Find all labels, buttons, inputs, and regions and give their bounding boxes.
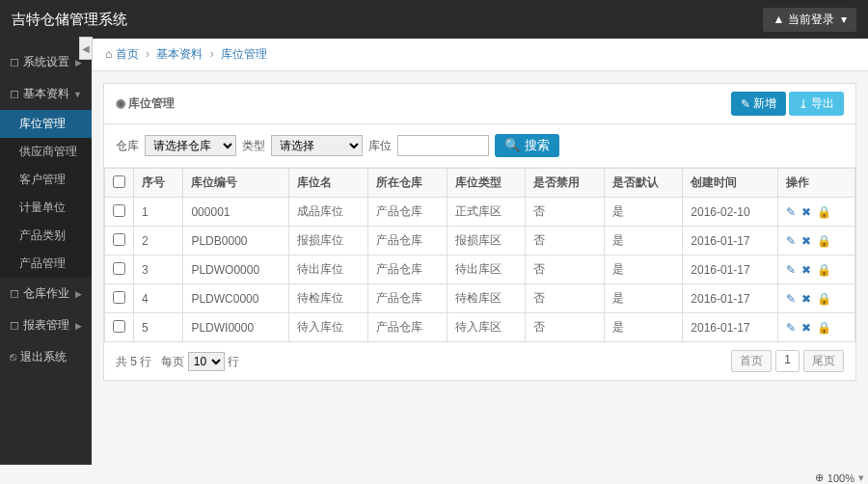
cell-disabled: 否: [526, 227, 605, 255]
cell-name: 成品库位: [289, 198, 368, 227]
panel-title: ◉ 库位管理: [116, 95, 175, 112]
pencil-icon: ✎: [741, 97, 750, 111]
pager-page-1[interactable]: 1: [775, 350, 800, 372]
btn-label: 搜索: [525, 138, 550, 152]
row-checkbox[interactable]: [113, 291, 125, 304]
sidebar-label: 仓库作业: [23, 286, 69, 300]
chevron-right-icon: ▶: [75, 321, 82, 331]
table-row: 3 PLDWO0000 待出库位 产品仓库 待出库区 否 是 2016-01-1…: [105, 255, 855, 284]
cell-default: 是: [604, 284, 683, 313]
cell-disabled: 否: [526, 313, 605, 342]
lock-icon[interactable]: 🔒: [817, 234, 831, 248]
edit-icon[interactable]: ✎: [786, 234, 796, 248]
sidebar: ◀ ◻系统设置 ▶ ◻基本资料 ▼ 库位管理 供应商管理 客户管理 计量单位 产…: [0, 39, 92, 465]
delete-icon[interactable]: ✖: [801, 234, 811, 248]
search-button[interactable]: 🔍 搜索: [495, 134, 559, 157]
panel-title-text: 库位管理: [128, 96, 175, 110]
type-select[interactable]: 请选择: [271, 135, 363, 156]
col-header: 所在仓库: [368, 169, 448, 198]
chevron-right-icon: ›: [146, 47, 149, 61]
delete-icon[interactable]: ✖: [801, 321, 811, 335]
new-button[interactable]: ✎新增: [731, 92, 786, 116]
table-row: 5 PLDWI0000 待入库位 产品仓库 待入库区 否 是 2016-01-1…: [105, 313, 855, 342]
col-header: 是否默认: [604, 169, 683, 198]
warehouse-select[interactable]: 请选择仓库: [145, 135, 236, 156]
sidebar-group-wh[interactable]: ◻仓库作业 ▶: [0, 278, 92, 309]
cell-created: 2016-02-10: [683, 198, 777, 227]
location-input[interactable]: [397, 135, 489, 156]
sidebar-item-customer[interactable]: 客户管理: [0, 166, 92, 194]
edit-icon[interactable]: ✎: [786, 205, 796, 219]
cell-type: 待出库区: [447, 255, 526, 284]
cell-idx: 4: [134, 284, 183, 313]
cell-wh: 产品仓库: [368, 255, 448, 284]
cell-disabled: 否: [526, 255, 605, 284]
sidebar-label: 报表管理: [23, 318, 69, 332]
breadcrumb-page[interactable]: 库位管理: [221, 47, 267, 61]
cell-name: 待入库位: [289, 313, 368, 342]
sidebar-item-location[interactable]: 库位管理: [0, 110, 92, 138]
sidebar-label: 系统设置: [23, 55, 69, 68]
pager-last[interactable]: 尾页: [803, 350, 844, 372]
breadcrumb-section[interactable]: 基本资料: [156, 47, 203, 61]
sidebar-group-rpt[interactable]: ◻报表管理 ▶: [0, 309, 92, 341]
delete-icon[interactable]: ✖: [801, 263, 811, 277]
filters: 仓库 请选择仓库 类型 请选择 库位 🔍 搜索: [104, 124, 855, 168]
lock-icon[interactable]: 🔒: [817, 292, 831, 306]
exit-icon: ⎋: [10, 350, 16, 363]
cell-type: 待检库区: [447, 284, 526, 313]
cell-name: 待检库位: [289, 284, 368, 313]
export-button[interactable]: ⤓导出: [789, 92, 844, 116]
lock-icon[interactable]: 🔒: [817, 321, 831, 335]
pager-first[interactable]: 首页: [731, 350, 772, 372]
row-checkbox[interactable]: [113, 204, 125, 217]
col-header: 创建时间: [683, 169, 777, 198]
cell-idx: 2: [134, 227, 183, 255]
breadcrumb-home[interactable]: 首页: [116, 47, 139, 61]
select-all-checkbox[interactable]: [113, 175, 125, 188]
row-actions: ✎ ✖ 🔒: [786, 205, 847, 219]
sidebar-item-unit[interactable]: 计量单位: [0, 194, 92, 222]
delete-icon[interactable]: ✖: [801, 292, 811, 306]
row-checkbox[interactable]: [113, 233, 125, 246]
sidebar-label: 基本资料: [23, 87, 69, 100]
sidebar-collapse-button[interactable]: ◀: [79, 37, 93, 60]
sidebar-group-base[interactable]: ◻基本资料 ▼: [0, 78, 92, 110]
row-checkbox[interactable]: [113, 262, 125, 275]
chevron-down-icon: ▾: [841, 13, 847, 26]
lock-icon[interactable]: 🔒: [817, 263, 831, 277]
cell-wh: 产品仓库: [368, 313, 448, 342]
col-header: 库位名: [289, 169, 368, 198]
table-row: 2 PLDB0000 报损库位 产品仓库 报损库区 否 是 2016-01-17…: [105, 227, 855, 255]
cell-created: 2016-01-17: [683, 255, 777, 284]
table-row: 1 000001 成品库位 产品仓库 正式库区 否 是 2016-02-10 ✎…: [105, 198, 855, 227]
sidebar-label: 退出系统: [20, 350, 67, 363]
sidebar-item-supplier[interactable]: 供应商管理: [0, 138, 92, 166]
row-actions: ✎ ✖ 🔒: [786, 321, 847, 335]
search-icon: 🔍: [504, 138, 521, 152]
cell-default: 是: [604, 313, 683, 342]
cell-wh: 产品仓库: [368, 198, 448, 227]
globe-icon: ◉: [116, 96, 125, 110]
lock-icon[interactable]: 🔒: [817, 205, 831, 219]
delete-icon[interactable]: ✖: [801, 205, 811, 219]
sidebar-item-product[interactable]: 产品管理: [0, 250, 92, 278]
cell-created: 2016-01-17: [683, 313, 777, 342]
pager: 共 5 行 每页 10 行 首页 1 尾页: [104, 342, 855, 380]
edit-icon[interactable]: ✎: [786, 321, 796, 335]
btn-label: 导出: [811, 95, 834, 112]
sidebar-item-category[interactable]: 产品类别: [0, 222, 92, 250]
edit-icon[interactable]: ✎: [786, 263, 796, 277]
cell-type: 待入库区: [447, 313, 526, 342]
edit-icon[interactable]: ✎: [786, 292, 796, 306]
sidebar-group-sys[interactable]: ◻系统设置 ▶: [0, 46, 92, 78]
cell-code: PLDB0000: [183, 227, 289, 255]
row-checkbox[interactable]: [113, 320, 125, 333]
pager-summary: 共 5 行 每页 10 行: [116, 352, 239, 371]
chevron-right-icon: ›: [210, 47, 214, 61]
sidebar-group-exit[interactable]: ⎋退出系统: [0, 341, 92, 373]
pagesize-select[interactable]: 10: [188, 352, 225, 371]
login-dropdown[interactable]: ▲ 当前登录 ▾: [763, 8, 856, 32]
cell-disabled: 否: [526, 284, 605, 313]
cell-name: 报损库位: [289, 227, 368, 255]
